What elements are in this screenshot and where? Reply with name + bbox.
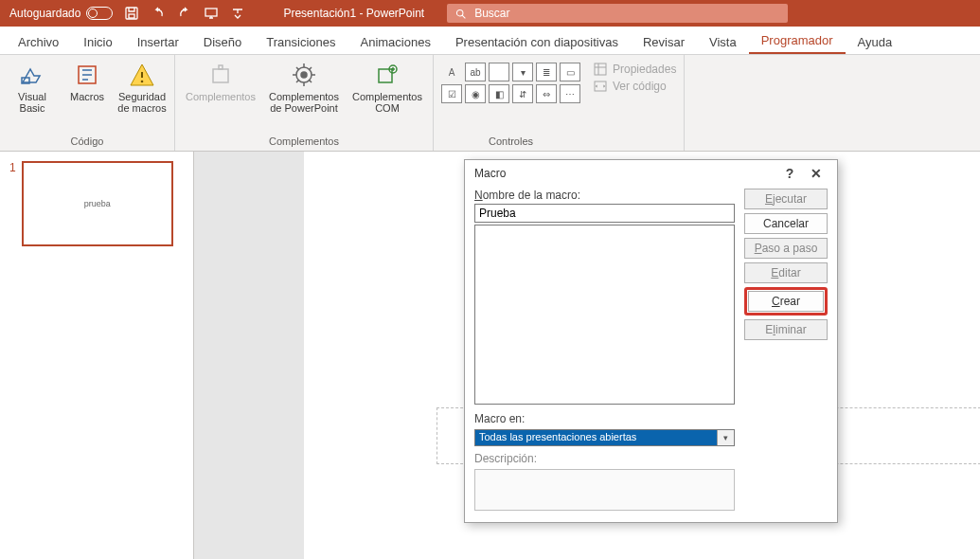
scrollbar-control-icon[interactable]: ⇔: [536, 84, 557, 103]
search-icon: [454, 8, 467, 20]
tab-diseno[interactable]: Diseño: [191, 29, 254, 54]
slide-number: 1: [9, 161, 16, 559]
more-controls-icon[interactable]: ⋯: [560, 84, 580, 103]
complementos-com-button[interactable]: Complementos COM: [349, 59, 425, 114]
thumb-text: prueba: [84, 199, 111, 208]
svg-rect-1: [129, 14, 134, 18]
warning-icon: [128, 61, 156, 89]
macro-list[interactable]: [474, 225, 735, 405]
addins-com-icon: [373, 61, 401, 89]
slide-panel[interactable]: 1 prueba: [0, 152, 194, 559]
svg-rect-0: [126, 8, 137, 19]
complementos-pp-label: Complementos de PowerPoint: [264, 91, 344, 114]
svg-point-3: [457, 9, 464, 16]
close-icon[interactable]: ✕: [803, 166, 829, 181]
groupbox-control-icon[interactable]: [489, 63, 509, 81]
slide-thumbnail[interactable]: prueba: [22, 161, 173, 246]
seguridad-label: Seguridad de macros: [117, 91, 167, 114]
editar-button[interactable]: Editar: [744, 262, 828, 283]
spin-control-icon[interactable]: ⇵: [512, 84, 533, 103]
view-code-icon: [594, 80, 607, 93]
listbox-control-icon[interactable]: ≣: [536, 63, 557, 81]
svg-rect-13: [595, 63, 606, 75]
start-from-beginning-icon[interactable]: [204, 6, 219, 21]
addins-icon: [206, 61, 235, 89]
combobox-control-icon[interactable]: ▾: [512, 63, 533, 81]
complementos-label: Complementos: [186, 91, 256, 102]
dialog-buttons: Ejecutar Cancelar Paso a paso Editar Cre…: [744, 189, 828, 511]
macro-in-select[interactable]: Todas las presentaciones abiertas ▾: [474, 429, 735, 446]
propiedades-button[interactable]: Propiedades: [594, 63, 676, 76]
undo-icon[interactable]: [151, 6, 166, 21]
macro-en-label: Macro en:: [474, 412, 735, 425]
tab-insertar[interactable]: Insertar: [125, 29, 191, 54]
macros-icon: [73, 61, 101, 89]
group-complementos-label: Complementos: [183, 134, 425, 151]
group-complementos: Complementos Complementos de PowerPoint …: [175, 55, 434, 151]
ribbon-tabs: Archivo Inicio Insertar Diseño Transicio…: [0, 27, 980, 55]
checkbox-control-icon[interactable]: ☑: [441, 84, 462, 103]
title-bar: Autoguardado Presentación1 - PowerPoint …: [0, 0, 980, 27]
controls-gallery[interactable]: A ab ▾ ≣ ▭ ☑ ◉ ◧ ⇵ ⇔ ⋯: [441, 59, 580, 103]
tab-transiciones[interactable]: Transiciones: [254, 29, 347, 54]
macros-label: Macros: [70, 91, 104, 102]
visual-basic-button[interactable]: Visual Basic: [8, 59, 57, 114]
redo-icon[interactable]: [177, 6, 192, 21]
macro-name-input[interactable]: [474, 204, 735, 223]
search-box[interactable]: Buscar: [447, 4, 788, 23]
tab-archivo[interactable]: Archivo: [6, 29, 71, 54]
tab-programador[interactable]: Programador: [749, 27, 846, 54]
descripcion-label: Descripción:: [474, 452, 735, 465]
addins-pp-icon: [290, 61, 318, 89]
crear-button[interactable]: Crear: [748, 291, 824, 312]
chevron-down-icon[interactable]: ▾: [717, 430, 734, 445]
svg-rect-7: [213, 69, 228, 82]
seguridad-macros-button[interactable]: Seguridad de macros: [117, 59, 167, 114]
ejecutar-button[interactable]: Ejecutar: [744, 189, 828, 209]
eliminar-button[interactable]: Eliminar: [744, 319, 828, 340]
visual-basic-label: Visual Basic: [8, 91, 57, 114]
autosave-label: Autoguardado: [9, 7, 80, 20]
svg-rect-2: [205, 9, 217, 16]
tab-animaciones[interactable]: Animaciones: [347, 29, 442, 54]
toggle-off-icon: [86, 7, 113, 20]
document-title: Presentación1 - PowerPoint: [283, 7, 424, 20]
ver-codigo-button[interactable]: Ver código: [594, 80, 676, 93]
group-codigo-label: Código: [8, 134, 167, 151]
toggle-control-icon[interactable]: ◧: [489, 84, 509, 103]
tab-ayuda[interactable]: Ayuda: [846, 29, 905, 54]
search-placeholder: Buscar: [474, 7, 509, 20]
paso-a-paso-button[interactable]: Paso a paso: [744, 238, 828, 259]
group-controles-label: Controles: [441, 134, 580, 151]
complementos-com-label: Complementos COM: [349, 91, 425, 114]
tab-revisar[interactable]: Revisar: [631, 29, 697, 54]
macros-button[interactable]: Macros: [62, 59, 112, 102]
option-control-icon[interactable]: ◉: [465, 84, 486, 103]
save-icon[interactable]: [124, 6, 139, 21]
descripcion-box: [474, 469, 735, 511]
macro-in-value: Todas las presentaciones abiertas: [475, 430, 717, 445]
properties-icon: [594, 63, 607, 76]
tab-vista[interactable]: Vista: [697, 29, 749, 54]
complementos-powerpoint-button[interactable]: Complementos de PowerPoint: [264, 59, 344, 114]
qat-more-icon[interactable]: [230, 6, 245, 21]
cancelar-button[interactable]: Cancelar: [744, 213, 828, 234]
tab-presentacion[interactable]: Presentación con diapositivas: [443, 29, 631, 54]
svg-point-6: [141, 81, 144, 83]
crear-highlight: Crear: [744, 287, 828, 316]
tab-inicio[interactable]: Inicio: [71, 29, 124, 54]
ribbon-body: Visual Basic Macros Seguridad de macros …: [0, 55, 980, 152]
svg-point-10: [301, 72, 307, 78]
textbox-control-icon[interactable]: ab: [465, 63, 486, 81]
group-codigo: Visual Basic Macros Seguridad de macros …: [0, 55, 175, 151]
help-icon[interactable]: ?: [776, 166, 803, 181]
ver-codigo-label: Ver código: [613, 80, 667, 93]
frame-control-icon[interactable]: ▭: [560, 63, 580, 81]
dialog-left-pane: Nombre de la macro: Macro en: Todas las …: [474, 189, 735, 511]
label-control-icon[interactable]: A: [441, 63, 462, 81]
complementos-button[interactable]: Complementos: [183, 59, 258, 102]
autosave-toggle[interactable]: Autoguardado: [9, 7, 113, 20]
controls-side-stack: Propiedades Ver código: [594, 59, 676, 93]
dialog-title: Macro: [474, 167, 776, 180]
macro-dialog: Macro ? ✕ Nombre de la macro: Macro en: …: [464, 159, 838, 523]
